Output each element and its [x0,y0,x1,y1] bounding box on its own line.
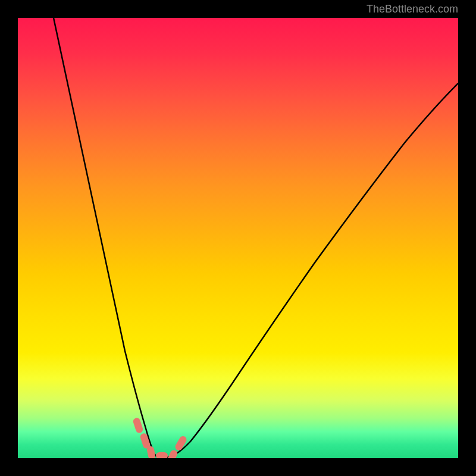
chart-curve-svg [18,18,458,458]
bottleneck-curve-right [159,83,458,458]
curve-marker [174,435,187,452]
watermark-text: TheBottleneck.com [367,3,458,15]
bottleneck-curve-left [54,18,159,458]
curve-marker [132,417,143,434]
curve-marker [156,452,168,458]
